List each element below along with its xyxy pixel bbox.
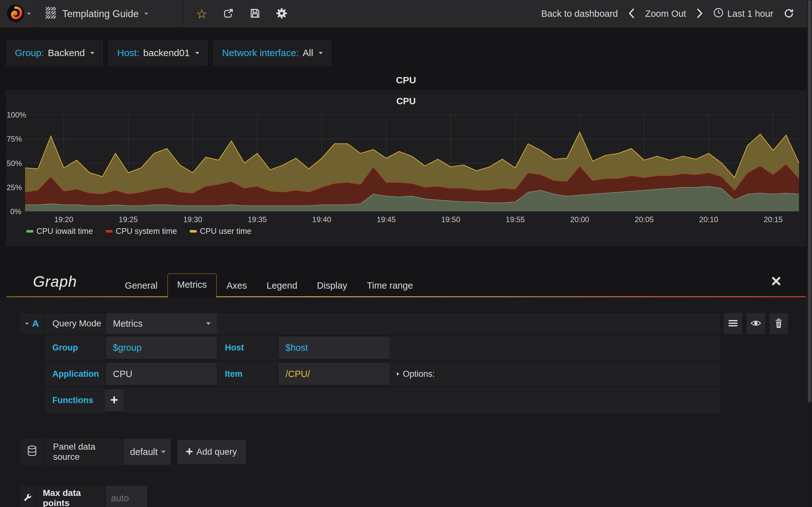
query-menu-button[interactable] [724,313,742,334]
x-axis-label: 20:15 [764,215,783,224]
query-functions-row: Functions [45,388,720,413]
time-shift-left-button[interactable] [628,8,635,20]
legend-label: CPU system time [116,227,177,236]
tab-legend[interactable]: Legend [257,274,307,297]
page-scrollbar[interactable] [807,0,812,507]
cpu-chart[interactable]: 0%25%50%75%100% [25,115,799,211]
query-delete-button[interactable] [769,313,788,334]
time-shift-right-button[interactable] [696,8,703,20]
wrench-icon [23,493,32,503]
tab-axes[interactable]: Axes [217,274,257,297]
share-icon [223,8,234,20]
menu-icon [728,320,738,328]
x-axis-label: 19:20 [54,215,73,224]
x-axis-label: 19:40 [312,215,331,224]
y-axis-label: 75% [7,135,21,144]
dashboard-picker[interactable]: Templating Guide [38,0,184,27]
plus-icon [111,396,118,404]
variable-value: backend01 [143,48,190,58]
y-axis-label: 100% [7,111,21,119]
editor-tabs: General Metrics Axes Legend Display Time… [115,274,423,297]
legend-swatch-icon [26,230,33,233]
refresh-icon [783,8,794,20]
plus-icon [186,447,193,457]
application-label: Application [45,361,105,387]
options-icon-cell [20,486,36,507]
legend-item[interactable]: CPU user time [190,227,252,236]
x-axis-label: 19:45 [377,215,396,224]
x-axis-label: 19:25 [119,215,138,224]
legend-label: CPU user time [200,227,252,236]
variable-label: Group: [15,48,44,58]
host-input[interactable]: $host [278,337,390,359]
close-editor-button[interactable] [771,276,781,287]
variable-group-dropdown[interactable]: Group: Backend [6,40,103,66]
chevron-right-icon [696,8,703,20]
row-filler: Options: [390,361,720,387]
max-data-points-row: Max data points [20,486,812,507]
variable-label: Host: [117,48,139,58]
scrollbar-thumb[interactable] [808,0,811,402]
variable-network-interface-dropdown[interactable]: Network interface: All [213,40,331,66]
save-dashboard-button[interactable] [249,8,261,20]
x-axis-label: 20:00 [570,215,589,224]
group-input[interactable]: $group [106,337,217,359]
legend-item[interactable]: CPU system time [106,227,177,236]
query-mode-select[interactable]: Metrics [106,313,217,334]
query-mode-label: Query Mode [45,313,105,334]
star-dashboard-button[interactable]: ☆ [196,8,207,20]
datasource-value: default [130,447,158,457]
query-row-filler [217,313,720,334]
x-axis-label: 20:10 [699,215,718,224]
tab-general[interactable]: General [115,274,167,297]
refresh-button[interactable] [783,8,794,20]
add-query-button[interactable]: Add query [177,440,246,464]
back-to-dashboard-button[interactable]: Back to dashboard [541,9,618,19]
time-picker[interactable]: Last 1 hour [713,8,773,20]
add-query-label: Add query [196,447,237,457]
datasource-select[interactable]: default [124,439,171,465]
clock-icon [713,8,723,20]
datasource-icon-cell [20,439,44,465]
trash-icon [774,319,783,329]
eye-icon [751,320,761,328]
x-axis-label: 20:05 [635,215,654,224]
chevron-down-icon [319,52,322,54]
panel-editor-header: Graph General Metrics Axes Legend Displa… [6,266,806,297]
add-function-button[interactable] [105,389,123,411]
legend-item[interactable]: CPU iowait time [26,227,93,236]
zoom-out-button[interactable]: Zoom Out [645,9,686,19]
x-axis-label: 19:35 [248,215,267,224]
time-range-label: Last 1 hour [727,9,773,19]
variable-host-dropdown[interactable]: Host: backend01 [108,40,208,66]
tab-display[interactable]: Display [307,274,357,297]
max-data-points-input[interactable] [106,486,147,507]
grafana-logo-menu[interactable] [0,0,38,27]
variable-label: Network interface: [222,48,299,58]
tab-time-range[interactable]: Time range [357,274,423,297]
datasource-row: Panel data source default Add query [20,439,812,465]
save-icon [249,8,261,20]
legend-swatch-icon [106,230,113,233]
panel-title[interactable]: CPU [6,75,806,86]
share-dashboard-button[interactable] [223,8,234,20]
application-input[interactable]: CPU [106,363,217,385]
legend-swatch-icon [190,230,197,233]
settings-button[interactable] [276,8,287,20]
query-row-a: A Query Mode Metrics [20,313,788,334]
cpu-graph-panel: CPU 0%25%50%75%100% 19:2019:2519:3019:35… [6,91,806,246]
host-label: Host [218,335,277,360]
y-axis-label: 25% [7,183,21,192]
item-input[interactable]: /CPU/ [278,363,390,385]
navbar: Templating Guide ☆ [0,0,812,28]
query-ref-letter: A [32,318,39,329]
variable-value: Backend [48,48,85,58]
query-toggle-visibility-button[interactable] [747,313,765,334]
options-toggle[interactable]: Options: [390,369,435,379]
database-icon [27,445,37,458]
x-axis-label: 19:55 [506,215,525,224]
query-collapse-toggle[interactable]: A [20,313,44,334]
tab-metrics[interactable]: Metrics [167,274,217,298]
functions-label: Functions [45,388,105,413]
chevron-down-icon [161,451,165,453]
